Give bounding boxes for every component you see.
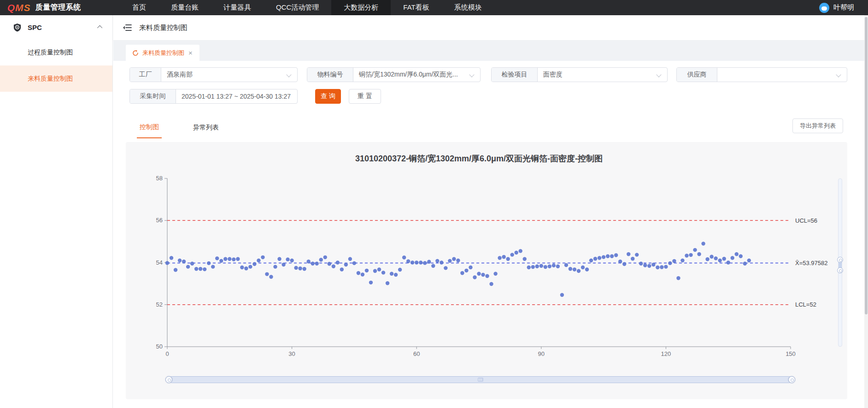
chevron-down-icon xyxy=(469,72,474,77)
collect-time-value: 2025-01-01 13:27 ~ 2025-04-30 13:27 xyxy=(176,89,297,103)
top-navbar: QMS 质量管理系统 首页 质量台账 计量器具 QCC活动管理 大数据分析 FA… xyxy=(0,0,868,15)
content-tabs: 控制图 异常列表 导出异常列表 xyxy=(113,115,864,142)
datazoom-grip-icon[interactable] xyxy=(478,378,483,382)
factory-select[interactable]: 工厂 酒泉南部 xyxy=(129,67,298,82)
user-avatar-icon xyxy=(819,3,829,13)
inspection-item-select[interactable]: 检验项目 面密度 xyxy=(491,67,668,82)
tab-exception-list[interactable]: 异常列表 xyxy=(190,120,222,138)
material-code-value: 铜箔/宽1302mm/厚6.0μm/双面光... xyxy=(353,68,468,82)
filter-panel: 工厂 酒泉南部 物料编号 铜箔/宽1302mm/厚6.0μm/双面光... 检验… xyxy=(113,61,864,115)
nav-item-measuring-instruments[interactable]: 计量器具 xyxy=(211,0,264,15)
sidebar-item-process-quality-chart[interactable]: 过程质量控制图 xyxy=(0,39,112,65)
svg-text:52: 52 xyxy=(156,301,163,308)
brand: QMS 质量管理系统 xyxy=(0,2,111,13)
refresh-icon[interactable] xyxy=(132,50,139,56)
search-button[interactable]: 查 询 xyxy=(315,89,341,104)
nav-item-system-module[interactable]: 系统模块 xyxy=(442,0,494,15)
chevron-down-icon xyxy=(286,72,291,77)
user-area[interactable]: 叶帮明 xyxy=(819,3,868,13)
svg-text:30: 30 xyxy=(288,350,295,357)
page-header: 来料质量控制图 xyxy=(113,15,864,41)
sidebar-item-incoming-quality-chart[interactable]: 来料质量控制图 xyxy=(0,65,112,92)
svg-text:150: 150 xyxy=(786,350,796,357)
control-chart-card: 31010200372-铜箔/宽1302mm/厚6.0μm/双面光铜箔-面密度-… xyxy=(126,142,847,399)
inspection-item-value: 面密度 xyxy=(538,68,655,82)
filter-row-2: 采集时间 2025-01-01 13:27 ~ 2025-04-30 13:27… xyxy=(129,89,864,104)
scrollbar-thumb[interactable] xyxy=(865,17,868,314)
user-name: 叶帮明 xyxy=(833,3,854,12)
page-title: 来料质量控制图 xyxy=(139,24,188,32)
app-root: QMS 质量管理系统 首页 质量台账 计量器具 QCC活动管理 大数据分析 FA… xyxy=(0,0,868,408)
material-code-label: 物料编号 xyxy=(307,68,353,82)
datazoom-bottom-handle[interactable] xyxy=(837,267,843,273)
chart-datazoom-horizontal[interactable] xyxy=(169,376,792,383)
svg-text:60: 60 xyxy=(413,350,420,357)
svg-text:90: 90 xyxy=(538,350,545,357)
datazoom-left-handle[interactable] xyxy=(165,376,172,383)
sidebar-group-spc[interactable]: SPC xyxy=(0,15,112,39)
svg-text:UCL=56: UCL=56 xyxy=(795,217,817,224)
svg-text:54: 54 xyxy=(156,259,163,266)
app-title: 质量管理系统 xyxy=(35,3,81,12)
svg-text:LCL=52: LCL=52 xyxy=(795,301,816,308)
reset-button[interactable]: 重 置 xyxy=(349,89,381,104)
svg-text:120: 120 xyxy=(661,350,671,357)
svg-text:58: 58 xyxy=(156,175,163,182)
supplier-select[interactable]: 供应商 xyxy=(676,67,847,82)
datazoom-right-handle[interactable] xyxy=(788,376,795,383)
tab-label: 来料质量控制图 xyxy=(142,49,184,57)
chart-datazoom-vertical[interactable] xyxy=(838,178,842,347)
collapse-sidebar-icon[interactable] xyxy=(123,24,132,32)
svg-text:0: 0 xyxy=(165,350,169,357)
tab-control-chart[interactable]: 控制图 xyxy=(137,119,162,138)
export-exception-list-button[interactable]: 导出异常列表 xyxy=(792,118,843,133)
page-scrollbar[interactable] xyxy=(864,15,868,408)
main-nav: 首页 质量台账 计量器具 QCC活动管理 大数据分析 FAT看板 系统模块 xyxy=(120,0,494,15)
nav-item-big-data-analysis[interactable]: 大数据分析 xyxy=(331,0,391,15)
close-icon[interactable]: × xyxy=(188,49,193,56)
factory-label: 工厂 xyxy=(130,68,161,82)
sidebar: SPC 过程质量控制图 来料质量控制图 xyxy=(0,15,113,408)
qms-logo: QMS xyxy=(7,2,31,13)
factory-value: 酒泉南部 xyxy=(161,68,285,82)
collect-time-label: 采集时间 xyxy=(130,89,176,103)
filter-row-1: 工厂 酒泉南部 物料编号 铜箔/宽1302mm/厚6.0μm/双面光... 检验… xyxy=(129,67,864,82)
collect-time-range-input[interactable]: 采集时间 2025-01-01 13:27 ~ 2025-04-30 13:27 xyxy=(129,89,298,104)
chevron-down-icon xyxy=(836,72,841,77)
material-code-select[interactable]: 物料编号 铜箔/宽1302mm/厚6.0μm/双面光... xyxy=(307,67,481,82)
sidebar-group-label: SPC xyxy=(28,24,99,31)
inspection-item-label: 检验项目 xyxy=(492,68,538,82)
nav-item-qcc-management[interactable]: QCC活动管理 xyxy=(264,0,331,15)
open-tab-incoming-quality-chart[interactable]: 来料质量控制图 × xyxy=(126,45,199,61)
supplier-label: 供应商 xyxy=(677,68,717,82)
main-content: 来料质量控制图 来料质量控制图 × 工厂 酒泉南部 物料 xyxy=(113,15,864,408)
chevron-down-icon xyxy=(656,72,661,77)
shield-icon xyxy=(13,23,22,32)
datazoom-top-handle[interactable] xyxy=(837,257,843,263)
svg-text:56: 56 xyxy=(156,217,163,224)
svg-text:X̄=53.97582: X̄=53.97582 xyxy=(795,260,827,266)
tab-strip: 来料质量控制图 × xyxy=(113,41,864,61)
nav-item-fat-board[interactable]: FAT看板 xyxy=(391,0,441,15)
supplier-value xyxy=(717,68,835,82)
nav-item-home[interactable]: 首页 xyxy=(120,0,158,15)
svg-text:50: 50 xyxy=(156,343,163,350)
nav-item-quality-ledger[interactable]: 质量台账 xyxy=(158,0,211,15)
control-chart-canvas: 50525456580306090120150UCL=56X̄=53.97582… xyxy=(126,142,847,399)
